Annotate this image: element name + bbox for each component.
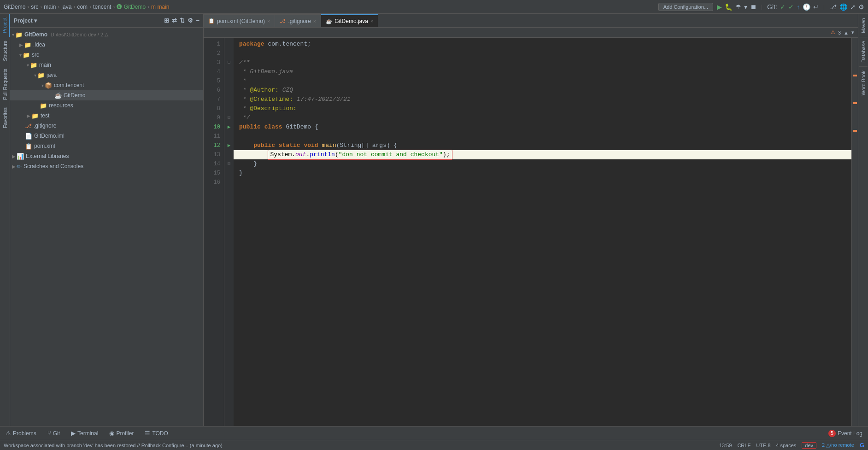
tab-close-gitignore[interactable]: × <box>313 18 316 24</box>
expand-collapse-icon[interactable]: ⇅ <box>180 17 185 24</box>
sidebar-item-maven[interactable]: Maven <box>859 14 868 37</box>
tab-pom-xml[interactable]: 📋 pom.xml (GitDemo) × <box>204 14 275 27</box>
git-push-icon[interactable]: ↑ <box>797 3 800 11</box>
tree-label-resources: resources <box>49 102 73 109</box>
tree-arrow-root[interactable]: ▾ <box>12 32 14 37</box>
vcs-icon[interactable]: ⎇ <box>829 3 837 11</box>
terminal-icon: ▶ <box>71 430 76 437</box>
line-num-7: 7 <box>204 95 220 104</box>
sidebar-item-project[interactable]: Project <box>0 14 10 37</box>
tab-close-gitdemo[interactable]: × <box>370 18 373 24</box>
git-checkmark2-icon[interactable]: ✓ <box>788 3 794 11</box>
settings-icon2[interactable]: ⚙ <box>858 3 864 11</box>
sidebar-item-pull-requests[interactable]: Pull Requests <box>1 65 9 104</box>
tree-arrow-ext-libs[interactable]: ▶ <box>12 154 16 159</box>
tab-problems[interactable]: ⚠ Problems <box>4 427 38 440</box>
breadcrumb-gitdemo-link[interactable]: 🅖 GitDemo <box>117 4 146 10</box>
tab-gitignore[interactable]: ⎇ .gitignore × <box>275 14 321 27</box>
tree-item-test[interactable]: ▶ 📁 test <box>10 111 203 121</box>
run-icon[interactable]: ▶ <box>717 3 722 11</box>
fold-marker-3[interactable]: ⊟ <box>228 58 230 67</box>
gutter-7 <box>224 95 234 104</box>
warnings-down-nav[interactable]: ▾ <box>851 29 854 35</box>
tab-git[interactable]: ⑂ Git <box>46 427 62 440</box>
gutter-1 <box>224 40 234 49</box>
indent-info[interactable]: 4 spaces <box>776 443 796 448</box>
code-content[interactable]: package com.tencent; /** * GitDemo.java … <box>234 38 851 426</box>
breadcrumb-tencent[interactable]: tencent <box>93 4 111 10</box>
fold-marker-9[interactable]: ⊟ <box>228 113 230 123</box>
gutter-14: ⊟ <box>224 159 234 169</box>
gutter-6 <box>224 86 234 95</box>
cursor-position[interactable]: 13:59 <box>719 443 732 448</box>
tree-arrow-scratches[interactable]: ▶ <box>12 164 16 169</box>
debug-icon[interactable]: 🐛 <box>725 3 733 11</box>
tree-item-main[interactable]: ▾ 📁 main <box>10 60 203 70</box>
tool-tabs: ⚠ Problems ⑂ Git ▶ Terminal ◉ Profiler ☰… <box>0 426 868 440</box>
charset[interactable]: UTF-8 <box>756 443 770 448</box>
git-history-icon[interactable]: 🕐 <box>803 3 810 11</box>
breadcrumb-gitdemo[interactable]: GitDemo <box>4 4 25 10</box>
tab-gitdemo-java[interactable]: ☕ GitDemo.java × <box>321 14 378 27</box>
tree-item-com-tencent[interactable]: ▾ 📦 com.tencent <box>10 80 203 90</box>
tab-close-pom[interactable]: × <box>267 18 270 24</box>
scroll-editor-icon[interactable]: ⇄ <box>172 17 177 24</box>
tree-item-src[interactable]: ▾ 📁 src <box>10 50 203 60</box>
tree-item-pom-xml[interactable]: 📋 pom.xml <box>10 141 203 151</box>
sidebar-item-structure[interactable]: Structure <box>1 37 9 65</box>
breadcrumb-java[interactable]: java <box>61 4 71 10</box>
tree-item-external-libs[interactable]: ▶ 📊 External Libraries <box>10 151 203 161</box>
folder-icon-idea: 📁 <box>24 41 31 48</box>
settings-icon[interactable]: ⚙ <box>188 17 193 24</box>
sidebar-item-database[interactable]: Database <box>859 37 868 66</box>
stop-icon[interactable]: ⏹ <box>750 3 757 11</box>
tree-item-scratches[interactable]: ▶ ✏ Scratches and Consoles <box>10 161 203 171</box>
run-arrow-12[interactable]: ▶ <box>228 141 231 150</box>
line-num-5: 5 <box>204 76 220 86</box>
tree-arrow-test[interactable]: ▶ <box>27 113 30 118</box>
line-ending[interactable]: CRLF <box>737 443 751 448</box>
sidebar-item-favorites[interactable]: Favorites <box>1 104 9 132</box>
tab-bar: 📋 pom.xml (GitDemo) × ⎇ .gitignore × ☕ G… <box>204 14 858 28</box>
tree-label-gitignore: .gitignore <box>34 123 56 129</box>
iml-file-icon: 📄 <box>25 133 32 140</box>
tab-todo[interactable]: ☰ TODO <box>143 427 170 440</box>
translate-icon[interactable]: 🌐 <box>839 3 847 11</box>
breadcrumb-main[interactable]: main <box>44 4 56 10</box>
tree-arrow-idea[interactable]: ▶ <box>19 42 23 47</box>
warnings-up-nav[interactable]: ▲ <box>844 30 849 35</box>
code-line-16 <box>234 178 851 187</box>
tree-arrow-main[interactable]: ▾ <box>27 63 29 68</box>
fold-marker-14[interactable]: ⊟ <box>228 159 230 169</box>
tab-profiler[interactable]: ◉ Profiler <box>107 427 135 440</box>
breadcrumb-src[interactable]: src <box>31 4 38 10</box>
expand-icon[interactable]: ⤢ <box>850 3 856 11</box>
remote-status[interactable]: 2 △/no remote <box>822 442 854 448</box>
add-configuration-button[interactable]: Add Configuration... <box>658 3 713 11</box>
tree-item-java[interactable]: ▾ 📁 java <box>10 70 203 80</box>
minimize-panel-icon[interactable]: − <box>196 17 199 24</box>
tree-item-gitdemo-java[interactable]: ☕ GitDemo <box>10 90 203 100</box>
code-gutter: ⊟ ⊟ ▶ ▶ ⊟ <box>224 38 234 426</box>
sidebar-item-wordbook[interactable]: Word Book <box>859 66 868 99</box>
git-branch-badge[interactable]: dev <box>802 442 816 449</box>
tree-arrow-src[interactable]: ▾ <box>19 53 22 58</box>
coverage-icon[interactable]: ☂ <box>735 3 741 11</box>
more-run-icon[interactable]: ▾ <box>744 3 747 11</box>
tree-item-idea[interactable]: ▶ 📁 .idea <box>10 40 203 50</box>
tree-arrow-com-tencent[interactable]: ▾ <box>41 83 44 88</box>
tab-terminal[interactable]: ▶ Terminal <box>69 427 100 440</box>
tree-item-gitdemo-iml[interactable]: 📄 GitDemo.iml <box>10 131 203 141</box>
run-arrow-10[interactable]: ▶ <box>228 123 231 132</box>
xml-file-icon: 📋 <box>25 143 32 150</box>
git-checkmark1-icon[interactable]: ✓ <box>780 3 786 11</box>
git-rollback-icon[interactable]: ↩ <box>813 3 819 11</box>
breadcrumb-main-branch[interactable]: m main <box>151 4 169 10</box>
breadcrumb-com[interactable]: com <box>77 4 88 10</box>
tab-event-log[interactable]: 5 Event Log <box>827 427 864 440</box>
tree-item-root[interactable]: ▾ 📁 GitDemo D:\test\GitDemo dev / 2 △ <box>10 29 203 40</box>
collapse-all-icon[interactable]: ⊞ <box>164 17 169 24</box>
tree-item-resources[interactable]: 📁 resources <box>10 100 203 111</box>
tree-arrow-java[interactable]: ▾ <box>34 73 36 78</box>
tree-item-gitignore[interactable]: ⎇ .gitignore <box>10 121 203 131</box>
